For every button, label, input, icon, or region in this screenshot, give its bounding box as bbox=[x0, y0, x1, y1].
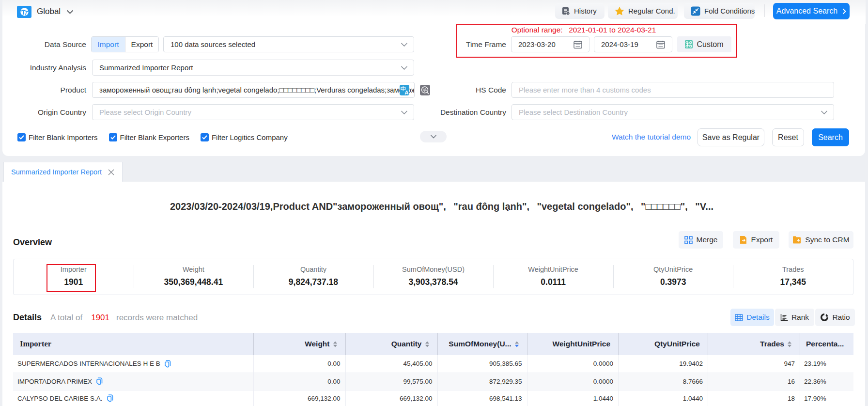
svg-text:A: A bbox=[404, 90, 408, 95]
